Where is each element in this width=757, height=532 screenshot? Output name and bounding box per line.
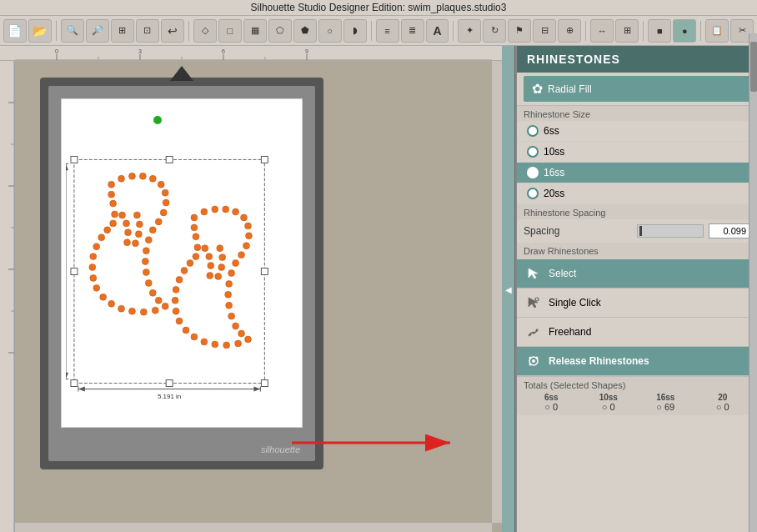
layers-button[interactable]: ⊞ bbox=[615, 19, 639, 43]
svg-point-76 bbox=[108, 191, 115, 198]
panel-scrollbar[interactable] bbox=[749, 46, 757, 532]
size-10ss-label: 10ss bbox=[544, 146, 564, 158]
svg-point-122 bbox=[206, 253, 213, 260]
rhinestone-size-label: Rhinestone Size bbox=[517, 106, 757, 121]
svg-point-97 bbox=[226, 280, 233, 287]
svg-point-69 bbox=[90, 253, 97, 260]
spacing-input[interactable] bbox=[709, 223, 750, 238]
svg-point-80 bbox=[124, 239, 131, 246]
svg-point-88 bbox=[223, 206, 229, 213]
totals-col-6ss: 6ss ○ 0 bbox=[524, 393, 579, 412]
svg-text:3: 3 bbox=[138, 48, 142, 54]
svg-point-46 bbox=[158, 181, 164, 188]
size-6ss-option[interactable]: 6ss bbox=[517, 121, 757, 142]
svg-point-43 bbox=[128, 173, 135, 179]
svg-point-81 bbox=[133, 212, 140, 218]
release-rhinestones-button[interactable]: Release Rhinestones bbox=[517, 347, 757, 376]
totals-col-20ss-header: 20 bbox=[695, 393, 751, 402]
zoom-fit-button[interactable]: ⊞ bbox=[111, 19, 134, 43]
release-rhinestones-icon bbox=[525, 353, 542, 369]
ruler-top: 0 3 6 9 bbox=[0, 46, 502, 61]
svg-rect-26 bbox=[71, 380, 78, 387]
grid-tool-button[interactable]: ▦ bbox=[243, 19, 267, 43]
size-16ss-option[interactable]: 16ss bbox=[517, 163, 757, 183]
svg-point-114 bbox=[176, 276, 183, 283]
polygon-tool-button[interactable]: ⬠ bbox=[268, 19, 292, 43]
svg-point-140 bbox=[536, 357, 539, 359]
svg-point-68 bbox=[89, 264, 96, 271]
lines2-button[interactable]: ≣ bbox=[401, 19, 424, 43]
totals-col-20ss-value: ○ 0 bbox=[695, 402, 751, 412]
new-button[interactable]: 📄 bbox=[3, 19, 27, 43]
svg-point-134 bbox=[529, 334, 532, 336]
weld-button[interactable]: ⊕ bbox=[558, 19, 581, 43]
rhinestone-button[interactable]: ● bbox=[673, 19, 696, 43]
erase-button[interactable]: ⊟ bbox=[533, 19, 556, 43]
svg-rect-27 bbox=[166, 380, 173, 387]
svg-point-91 bbox=[245, 223, 252, 229]
rotate-button[interactable]: ↻ bbox=[483, 19, 506, 43]
canvas-area[interactable]: 0 3 6 9 bbox=[0, 46, 502, 532]
radial-fill-button[interactable]: ✿ Radial Fill bbox=[524, 76, 750, 102]
draw-rhinestones-label: Draw Rhinestones bbox=[517, 243, 757, 259]
zoom-out-button[interactable]: 🔍 bbox=[61, 19, 84, 43]
select-tool-button[interactable]: ◇ bbox=[193, 19, 217, 43]
knife-button[interactable]: ⚑ bbox=[508, 19, 531, 43]
svg-point-59 bbox=[162, 303, 168, 309]
svg-point-107 bbox=[201, 339, 208, 345]
spacing-slider[interactable] bbox=[637, 224, 704, 238]
svg-point-75 bbox=[110, 200, 117, 207]
draw-freehand-button[interactable]: Freehand bbox=[517, 318, 757, 347]
size-16ss-radio[interactable] bbox=[527, 167, 539, 178]
page-setup-button[interactable]: 📋 bbox=[705, 19, 729, 43]
ruler-left-svg bbox=[0, 61, 15, 532]
paper: 6.206 in 5.191 in bbox=[61, 98, 303, 428]
size-20ss-option[interactable]: 20ss bbox=[517, 183, 757, 204]
circle-tool-button[interactable]: ○ bbox=[318, 19, 342, 43]
vertical-scrollbar[interactable] bbox=[492, 61, 502, 523]
draw-select-button[interactable]: Select bbox=[517, 259, 757, 289]
svg-point-109 bbox=[183, 327, 189, 334]
totals-col-10ss-header: 10ss bbox=[581, 393, 637, 402]
panel-expand-button[interactable]: ◀ bbox=[502, 46, 515, 532]
spacing-label: Spacing bbox=[524, 225, 632, 237]
svg-point-52 bbox=[145, 237, 152, 243]
size-6ss-radio[interactable] bbox=[527, 125, 539, 137]
mirror-button[interactable]: ↔ bbox=[590, 19, 614, 43]
polygon2-tool-button[interactable]: ⬟ bbox=[293, 19, 317, 43]
fill-button[interactable]: ■ bbox=[648, 19, 671, 43]
text-button[interactable]: A bbox=[426, 19, 449, 43]
title-text: Silhouette Studio Designer Edition: swim… bbox=[251, 2, 507, 13]
panel-scroll-area[interactable]: ✿ Radial Fill Rhinestone Size 6ss 10ss bbox=[517, 73, 757, 532]
open-button[interactable]: 📂 bbox=[28, 19, 52, 43]
totals-col-16ss-value: ○ 69 bbox=[638, 402, 694, 412]
zoom-100-button[interactable]: ⊡ bbox=[136, 19, 159, 43]
panel-scroll-thumb[interactable] bbox=[750, 46, 757, 92]
draw-single-click-label: Single Click bbox=[549, 297, 601, 309]
svg-point-65 bbox=[100, 294, 107, 300]
horizontal-scrollbar[interactable] bbox=[15, 523, 492, 532]
size-10ss-option[interactable]: 10ss bbox=[517, 142, 757, 163]
svg-rect-21 bbox=[71, 156, 78, 163]
size-10ss-radio[interactable] bbox=[527, 146, 539, 158]
svg-point-115 bbox=[181, 268, 188, 274]
svg-point-126 bbox=[219, 254, 226, 261]
svg-point-119 bbox=[193, 233, 199, 240]
undo-button[interactable]: ↩ bbox=[161, 19, 184, 43]
svg-point-138 bbox=[532, 359, 535, 363]
svg-point-118 bbox=[194, 244, 201, 251]
size-20ss-radio[interactable] bbox=[527, 188, 539, 199]
arc-tool-button[interactable]: ◗ bbox=[343, 19, 367, 43]
svg-point-86 bbox=[201, 208, 208, 215]
svg-point-47 bbox=[162, 189, 168, 196]
svg-point-48 bbox=[163, 199, 169, 206]
zoom-in-button[interactable]: 🔎 bbox=[86, 19, 109, 43]
rect-tool-button[interactable]: □ bbox=[218, 19, 242, 43]
totals-col-10ss: 10ss ○ 0 bbox=[581, 393, 637, 412]
svg-point-116 bbox=[187, 260, 193, 267]
draw-single-click-button[interactable]: Single Click bbox=[517, 289, 757, 318]
svg-point-136 bbox=[536, 329, 539, 332]
node-edit-button[interactable]: ✦ bbox=[458, 19, 481, 43]
lines-button[interactable]: ≡ bbox=[376, 19, 399, 43]
svg-point-104 bbox=[235, 340, 242, 347]
